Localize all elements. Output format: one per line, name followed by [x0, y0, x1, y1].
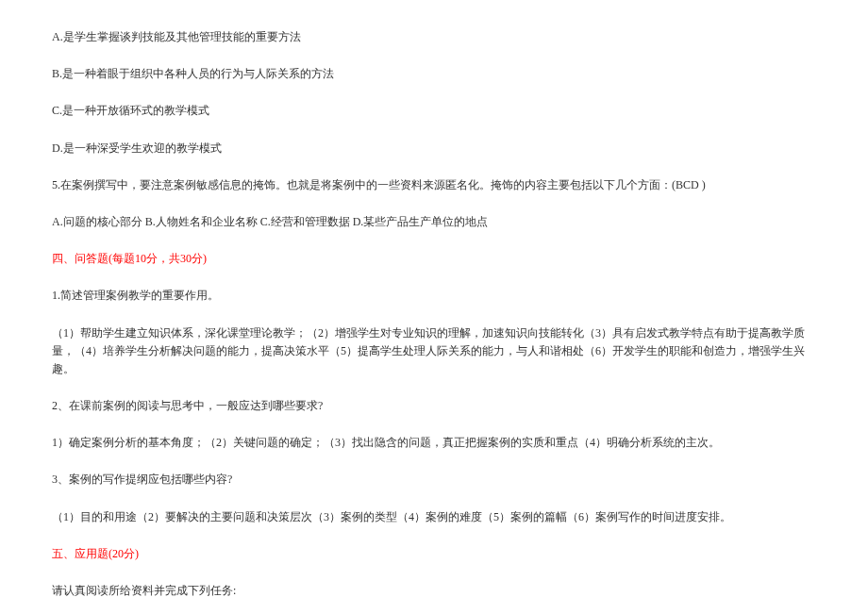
text-line: B.是一种着眼于组织中各种人员的行为与人际关系的方法: [52, 65, 816, 83]
document-content: A.是学生掌握谈判技能及其他管理技能的重要方法B.是一种着眼于组织中各种人员的行…: [52, 28, 816, 614]
text-line: A.问题的核心部分 B.人物姓名和企业名称 C.经营和管理数据 D.某些产品生产…: [52, 213, 816, 231]
text-line: （1）帮助学生建立知识体系，深化课堂理论教学；（2）增强学生对专业知识的理解，加…: [52, 324, 816, 379]
text-line: A.是学生掌握谈判技能及其他管理技能的重要方法: [52, 28, 816, 46]
text-line: C.是一种开放循环式的教学模式: [52, 102, 816, 120]
section-heading: 四、问答题(每题10分，共30分): [52, 250, 816, 268]
text-line: 1.简述管理案例教学的重要作用。: [52, 287, 816, 305]
text-line: D.是一种深受学生欢迎的教学模式: [52, 140, 816, 158]
text-line: 5.在案例撰写中，要注意案例敏感信息的掩饰。也就是将案例中的一些资料来源匿名化。…: [52, 176, 816, 194]
text-line: （1）目的和用途（2）要解决的主要问题和决策层次（3）案例的类型（4）案例的难度…: [52, 508, 816, 526]
section-heading: 五、应用题(20分): [52, 545, 816, 563]
text-line: 请认真阅读所给资料并完成下列任务:: [52, 582, 816, 600]
text-line: 1）确定案例分析的基本角度；（2）关键问题的确定；（3）找出隐含的问题，真正把握…: [52, 434, 816, 452]
text-line: 2、在课前案例的阅读与思考中，一般应达到哪些要求?: [52, 397, 816, 415]
text-line: 3、案例的写作提纲应包括哪些内容?: [52, 471, 816, 489]
